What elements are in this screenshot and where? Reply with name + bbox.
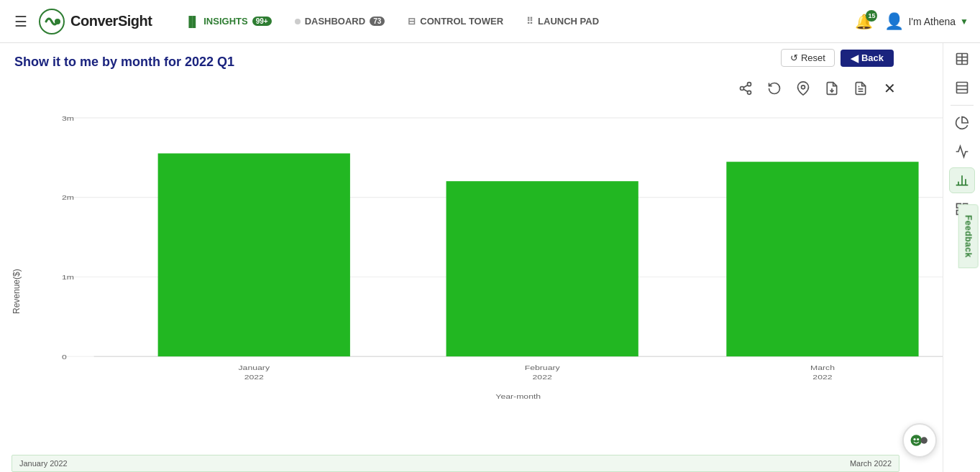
svg-line-6 [743, 85, 748, 87]
svg-text:0: 0 [62, 353, 67, 361]
launch-pad-icon: ⠿ [526, 16, 533, 27]
bar-march[interactable] [726, 162, 918, 356]
svg-point-43 [921, 437, 928, 443]
svg-line-5 [743, 89, 748, 91]
control-tower-icon: ⊟ [408, 16, 416, 27]
reset-icon: ↺ [790, 52, 798, 63]
svg-text:January: January [238, 364, 270, 371]
sidebar-pie-icon[interactable] [949, 110, 975, 136]
reset-button[interactable]: ↺ Reset [781, 49, 835, 67]
svg-text:March: March [810, 364, 835, 371]
svg-rect-31 [956, 83, 967, 93]
back-button[interactable]: ◀ Back [841, 50, 894, 67]
user-label: I'm Athena [908, 16, 956, 27]
file-text-icon[interactable] [851, 78, 871, 98]
dashboard-label: DASHBOARD [305, 16, 366, 27]
nav-launch-pad[interactable]: ⠿ LAUNCH PAD [516, 11, 609, 31]
svg-point-1 [55, 19, 60, 24]
sidebar-table-icon[interactable] [949, 46, 975, 72]
svg-text:2022: 2022 [244, 374, 264, 381]
insights-bar-icon: ▐▌ [185, 16, 199, 27]
sidebar-line-icon[interactable] [949, 139, 975, 165]
sidebar-bar-icon[interactable] [949, 167, 975, 193]
svg-text:February: February [525, 364, 560, 371]
svg-text:2m: 2m [62, 193, 74, 201]
svg-point-2 [748, 83, 751, 86]
bar-february[interactable] [447, 181, 638, 356]
chart-container: 3m 2m 1m 0 January 2022 February 2022 [26, 104, 943, 464]
close-button[interactable]: ✕ [879, 78, 899, 98]
svg-point-44 [913, 438, 915, 440]
sidebar-divider-1 [951, 105, 974, 106]
nav-area: ▐▌ INSIGHTS 99+ DASHBOARD 73 ⊟ CONTROL T… [175, 11, 846, 32]
chart-toolbar: ✕ [12, 78, 943, 98]
hamburger-button[interactable]: ☰ [12, 10, 30, 33]
share-icon[interactable] [736, 78, 756, 98]
sidebar-pivot-icon[interactable] [949, 75, 975, 101]
chatbot-icon[interactable] [902, 423, 937, 458]
pin-icon[interactable] [793, 78, 813, 98]
bar-chart: 3m 2m 1m 0 January 2022 February 2022 [62, 111, 943, 428]
chevron-down-icon: ▼ [960, 17, 968, 27]
user-menu[interactable]: 👤 I'm Athena ▼ [884, 12, 968, 31]
insights-badge: 99+ [252, 17, 272, 26]
bar-january[interactable] [158, 154, 350, 357]
dashboard-badge: 73 [370, 17, 385, 26]
svg-text:2022: 2022 [812, 374, 832, 381]
nav-control-tower[interactable]: ⊟ CONTROL TOWER [398, 11, 513, 31]
nav-dashboard[interactable]: DASHBOARD 73 [285, 11, 395, 31]
dashboard-dot-icon [295, 19, 301, 24]
mini-chart-right-label: March 2022 [850, 459, 892, 468]
svg-point-4 [748, 91, 751, 94]
download-pdf-icon[interactable] [822, 78, 842, 98]
nav-insights[interactable]: ▐▌ INSIGHTS 99+ [175, 11, 281, 32]
launch-pad-label: LAUNCH PAD [538, 16, 599, 27]
back-arrow-icon: ◀ [851, 52, 858, 64]
notifications-badge: 15 [866, 10, 877, 22]
svg-text:2022: 2022 [533, 374, 552, 381]
svg-point-45 [917, 438, 919, 440]
logo-icon [39, 9, 65, 34]
feedback-tab[interactable]: Feedback [958, 204, 978, 268]
mini-chart-left-label: January 2022 [19, 459, 68, 468]
logo-area: ConverSight [39, 9, 152, 34]
y-axis-label: Revenue($) [12, 119, 26, 464]
controls-area: ↺ Reset ◀ Back [781, 49, 894, 67]
mini-chart-bar[interactable]: January 2022 March 2022 [12, 455, 899, 472]
header: ☰ ConverSight ▐▌ INSIGHTS 99+ DASHBOARD … [0, 0, 980, 43]
svg-point-7 [802, 85, 805, 89]
svg-point-42 [911, 435, 922, 446]
content-area: Show it to me by month for 2022 Q1 [0, 43, 943, 472]
notifications-button[interactable]: 🔔 15 [855, 13, 873, 30]
main-area: Show it to me by month for 2022 Q1 [0, 43, 980, 472]
insights-label: INSIGHTS [203, 16, 247, 27]
svg-text:1m: 1m [62, 273, 74, 281]
svg-text:3m: 3m [62, 114, 74, 122]
control-tower-label: CONTROL TOWER [420, 16, 503, 27]
header-right: 🔔 15 👤 I'm Athena ▼ [855, 12, 968, 31]
logo-text: ConverSight [70, 13, 152, 29]
svg-point-3 [741, 87, 744, 91]
recycle-icon[interactable] [764, 78, 784, 98]
svg-text:Year-month: Year-month [495, 393, 541, 401]
user-icon: 👤 [884, 12, 904, 31]
chart-wrapper: Revenue($) 3m 2m 1m 0 [12, 104, 943, 464]
